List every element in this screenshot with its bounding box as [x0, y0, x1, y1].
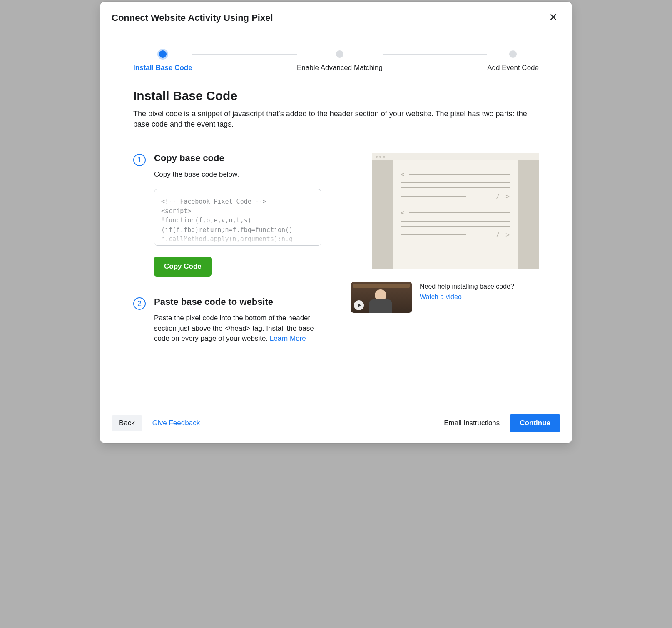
left-column: 1 Copy base code Copy the base code belo… [133, 153, 321, 364]
page-title: Install Base Code [133, 89, 539, 103]
page-description: The pixel code is a snippet of javascrip… [133, 109, 539, 130]
play-icon [354, 300, 364, 310]
website-illustration: < / > < / > [372, 153, 539, 269]
help-text: Need help installing base code? Watch a … [420, 282, 514, 302]
step-label: Enable Advanced Matching [297, 64, 383, 72]
step-title: Copy base code [154, 153, 321, 164]
video-thumbnail[interactable] [351, 282, 412, 313]
step-text: Copy the base code below. [154, 169, 321, 180]
step-number-badge: 2 [133, 297, 146, 310]
close-button[interactable] [546, 10, 560, 25]
modal-footer: Back Give Feedback Email Instructions Co… [100, 406, 572, 443]
email-instructions-link[interactable]: Email Instructions [444, 419, 500, 427]
stepper: Install Base Code Enable Advanced Matchi… [100, 25, 572, 89]
browser-chrome-icon [372, 153, 539, 160]
modal-header: Connect Website Activity Using Pixel [100, 2, 572, 25]
step-label: Add Event Code [487, 64, 539, 72]
help-row: Need help installing base code? Watch a … [351, 282, 539, 313]
pixel-code-box[interactable]: <!-- Facebook Pixel Code --> <script> !f… [154, 189, 321, 246]
step-dot [509, 50, 517, 58]
step-number-badge: 1 [133, 154, 146, 166]
step-connector [192, 54, 297, 55]
step-title: Paste base code to website [154, 297, 321, 307]
continue-button[interactable]: Continue [510, 414, 560, 432]
step-add-event-code[interactable]: Add Event Code [487, 50, 539, 72]
learn-more-link[interactable]: Learn More [270, 334, 306, 342]
back-button[interactable]: Back [112, 415, 142, 431]
step-dot [336, 50, 343, 58]
step-dot-active [159, 50, 167, 58]
two-column-layout: 1 Copy base code Copy the base code belo… [133, 153, 539, 364]
step-body: Paste base code to website Paste the pix… [154, 297, 321, 344]
step-copy-base-code: 1 Copy base code Copy the base code belo… [133, 153, 321, 277]
step-text: Paste the pixel code into the bottom of … [154, 313, 321, 344]
copy-code-button[interactable]: Copy Code [154, 257, 212, 277]
close-icon [549, 17, 558, 23]
step-paste-base-code: 2 Paste base code to website Paste the p… [133, 297, 321, 344]
modal-title: Connect Website Activity Using Pixel [112, 12, 273, 23]
watch-video-link[interactable]: Watch a video [420, 292, 462, 302]
give-feedback-link[interactable]: Give Feedback [152, 419, 200, 427]
step-connector [383, 54, 487, 55]
step-enable-advanced-matching[interactable]: Enable Advanced Matching [297, 50, 383, 72]
help-question: Need help installing base code? [420, 282, 514, 291]
step-install-base-code[interactable]: Install Base Code [133, 50, 192, 72]
step-label: Install Base Code [133, 64, 192, 72]
content-area: Install Base Code The pixel code is a sn… [100, 89, 572, 406]
modal-connect-pixel: Connect Website Activity Using Pixel Ins… [100, 2, 572, 443]
right-column: < / > < / > [351, 153, 539, 364]
step-body: Copy base code Copy the base code below.… [154, 153, 321, 277]
